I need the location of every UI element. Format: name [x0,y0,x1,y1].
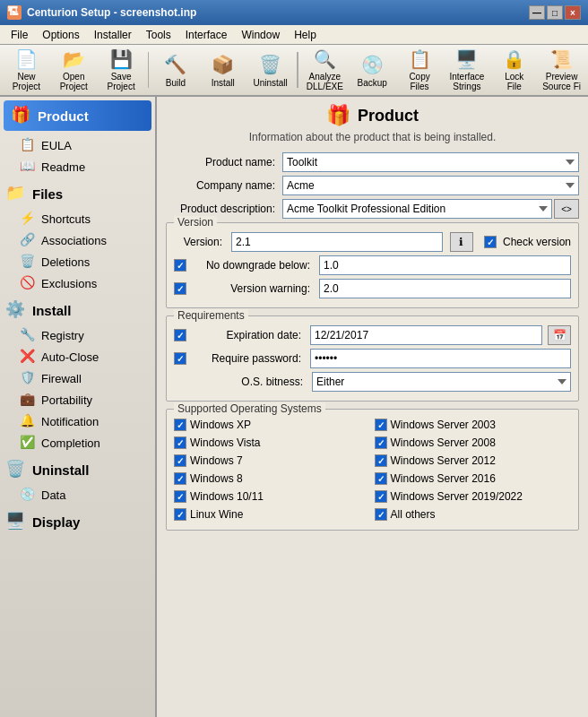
toolbar-interface-label: InterfaceStrings [449,72,484,91]
sidebar-item-portability[interactable]: 💼 Portability [0,389,155,410]
win7-checkbox[interactable] [174,454,186,467]
winvista-checkbox[interactable] [174,436,186,449]
sidebar-portability-label: Portability [41,393,92,407]
version-warning-input[interactable] [319,279,571,298]
sidebar-item-completion[interactable]: ✅ Completion [0,432,155,454]
version-group-content: Version: ℹ Check version No downgrade be… [174,232,571,298]
menu-file[interactable]: File [4,27,35,43]
window-controls[interactable]: — □ × [529,5,581,20]
version-warning-row: Version warning: [174,279,571,298]
maximize-button[interactable]: □ [547,5,563,20]
sidebar-item-associations[interactable]: 🔗 Associations [0,229,155,251]
titlebar: 🏗 Centurion Setup - screenshot.inp — □ × [0,0,588,25]
winxp-checkbox[interactable] [174,419,186,431]
app-icon: 🏗 [7,5,22,20]
os-row-linux: Linux Wine [174,508,371,521]
toolbar-install[interactable]: 📦 Install [200,48,246,92]
allothers-checkbox[interactable] [375,508,387,521]
toolbar-lock-file[interactable]: 🔒 LockFile [491,48,537,92]
toolbar-uninstall[interactable]: 🗑️ Uninstall [247,48,293,92]
toolbar-preview-source[interactable]: 📜 PreviewSource Fi [539,48,584,92]
sidebar-item-data[interactable]: 💿 Data [0,484,155,505]
expiration-input[interactable] [310,325,542,345]
expiration-row: Expiration date: 📅 [174,325,571,345]
toolbar-uninstall-label: Uninstall [253,78,287,88]
toolbar-build[interactable]: 🔨 Build [152,48,198,92]
sidebar-section-display[interactable]: 🖥️ Display [0,505,155,536]
toolbar-separator-1 [148,52,150,88]
os-group-title: Supported Operating Systems [174,402,325,415]
toolbar-build-label: Build [166,78,186,88]
sidebar-item-registry[interactable]: 🔧 Registry [0,324,155,346]
sidebar-readme-label: Readme [41,160,85,174]
sidebar-item-exclusions[interactable]: 🚫 Exclusions [0,272,155,294]
no-downgrade-checkbox[interactable] [174,259,186,272]
company-name-select[interactable]: Acme [282,176,579,195]
product-desc-select[interactable]: Acme Toolkit Professional Edition [282,199,552,219]
menu-window[interactable]: Window [234,27,287,43]
requirements-group: Requirements Expiration date: 📅 Require … [166,315,579,402]
toolbar-open-label: OpenProject [60,72,88,91]
version-input[interactable] [231,232,443,252]
win10-checkbox[interactable] [174,490,186,503]
product-desc-edit-button[interactable]: <> [554,199,579,219]
deletions-icon: 🗑️ [20,254,36,270]
menu-help[interactable]: Help [287,27,324,43]
toolbar-save-project[interactable]: 💾 SaveProject [99,48,144,92]
page-subtitle: Information about the product that is be… [166,131,579,143]
sidebar-notification-label: Notification [41,415,99,428]
server2008-checkbox[interactable] [375,436,387,449]
toolbar-new-project[interactable]: 📄 NewProject [4,48,49,92]
sidebar-item-firewall[interactable]: 🛡️ Firewall [0,367,155,389]
no-downgrade-input[interactable] [319,255,571,275]
win10-label: Windows 10/11 [190,490,264,503]
server2003-checkbox[interactable] [375,419,387,431]
sidebar-item-notification[interactable]: 🔔 Notification [0,410,155,432]
toolbar-analyze[interactable]: 🔍 AnalyzeDLL/EXE [302,48,348,92]
sidebar-deletions-label: Deletions [41,255,90,269]
sidebar-section-uninstall[interactable]: 🗑️ Uninstall [0,454,155,484]
product-name-select[interactable]: Toolkit [282,152,579,172]
calendar-button[interactable]: 📅 [548,325,571,345]
win8-checkbox[interactable] [174,472,186,485]
analyze-icon: 🔍 [310,48,339,70]
sidebar-item-eula[interactable]: 📋 EULA [0,134,155,156]
linux-checkbox[interactable] [174,508,186,521]
install-icon: 📦 [209,52,238,76]
notification-icon: 🔔 [20,413,36,429]
menu-tools[interactable]: Tools [139,27,178,43]
toolbar-backup[interactable]: 💿 Backup [350,48,395,92]
toolbar-open-project[interactable]: 📂 OpenProject [51,48,97,92]
menu-options[interactable]: Options [35,27,86,43]
sidebar-associations-label: Associations [41,234,107,247]
expiration-checkbox[interactable] [174,329,186,341]
sidebar-item-deletions[interactable]: 🗑️ Deletions [0,251,155,272]
version-info-button[interactable]: ℹ [450,232,473,252]
sidebar-item-autoclose[interactable]: ❌ Auto-Close [0,346,155,367]
toolbar-interface-strings[interactable]: 🖥️ InterfaceStrings [445,48,490,92]
sidebar-section-files[interactable]: 📁 Files [0,177,155,208]
version-warning-checkbox[interactable] [174,282,186,295]
sidebar-section-product[interactable]: 🎁 Product [4,100,151,131]
password-input[interactable] [310,349,571,368]
check-version-checkbox[interactable] [484,236,497,248]
server2016-checkbox[interactable] [375,472,387,485]
close-button[interactable]: × [565,5,581,20]
password-checkbox[interactable] [174,352,186,365]
winxp-label: Windows XP [190,419,251,431]
product-name-label: Product name: [166,156,282,168]
server2012-checkbox[interactable] [375,454,387,467]
server2019-checkbox[interactable] [375,490,387,503]
menu-installer[interactable]: Installer [87,27,139,43]
display-section-icon: 🖥️ [5,511,27,532]
sidebar-item-readme[interactable]: 📖 Readme [0,156,155,177]
password-row: Require password: [174,349,571,368]
sidebar-section-install[interactable]: ⚙️ Install [0,294,155,324]
os-bitness-select[interactable]: Either 32-bit only 64-bit only [312,372,571,392]
minimize-button[interactable]: — [529,5,545,20]
menu-interface[interactable]: Interface [178,27,235,43]
sidebar-item-shortcuts[interactable]: ⚡ Shortcuts [0,208,155,229]
autoclose-icon: ❌ [20,349,36,365]
toolbar-copy-files[interactable]: 📋 CopyFiles [397,48,443,92]
os-group-content: Windows XP Windows Server 2003 Windows V… [174,419,571,524]
